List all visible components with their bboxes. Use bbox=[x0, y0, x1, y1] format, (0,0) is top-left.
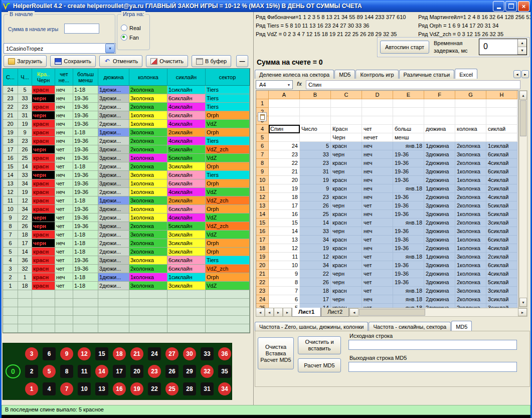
excel-cell-C3[interactable] bbox=[331, 116, 362, 125]
excel-col-header-D[interactable]: D bbox=[362, 91, 393, 99]
excel-row-header-11[interactable]: 11 bbox=[256, 184, 269, 193]
excel-cell-A2[interactable] bbox=[269, 108, 300, 116]
excel-horizontal-scrollbar[interactable]: ◄ ► bbox=[349, 308, 527, 317]
excel-row-header-14[interactable]: 14 bbox=[256, 210, 269, 219]
excel-cell-G23[interactable]: 3колонка bbox=[455, 287, 486, 295]
excel-cell-B19[interactable]: 12 bbox=[300, 253, 331, 261]
excel-cell-E3[interactable] bbox=[393, 116, 424, 125]
excel-cell-A13[interactable]: 17 bbox=[269, 201, 300, 210]
excel-cell-D13[interactable]: чет bbox=[362, 201, 393, 210]
horizontal-scroll-thumb[interactable] bbox=[359, 309, 425, 316]
excel-cell-C1[interactable] bbox=[331, 99, 362, 108]
excel-cell-F9[interactable]: 3дюжина bbox=[424, 167, 455, 176]
excel-cell-G18[interactable]: 1колонка bbox=[455, 244, 486, 253]
wheel-number-28[interactable]: 28 bbox=[183, 382, 196, 395]
excel-cell-B11[interactable]: 9 bbox=[300, 184, 331, 193]
excel-cell-G2[interactable] bbox=[455, 108, 486, 116]
excel-cell-F11[interactable]: 1дюжина bbox=[424, 184, 455, 193]
excel-cell-G5[interactable] bbox=[455, 133, 486, 142]
wheel-number-9[interactable]: 9 bbox=[60, 347, 73, 360]
excel-cell-G7[interactable]: 3колонка bbox=[455, 150, 486, 159]
wheel-number-19[interactable]: 19 bbox=[130, 382, 143, 395]
wheel-number-5[interactable]: 5 bbox=[43, 365, 56, 378]
excel-cell-E15[interactable]: янв.18 bbox=[393, 219, 424, 227]
excel-cell-E16[interactable]: 19-36 bbox=[393, 227, 424, 236]
excel-cell-D23[interactable]: чет bbox=[362, 287, 393, 295]
excel-row-header-20[interactable]: 20 bbox=[256, 261, 269, 270]
excel-cell-B2[interactable] bbox=[300, 108, 331, 116]
excel-cell-C9[interactable]: черн bbox=[331, 167, 362, 176]
excel-cell-B20[interactable]: 34 bbox=[300, 261, 331, 270]
excel-cell-B18[interactable]: 19 bbox=[300, 244, 331, 253]
wheel-number-26[interactable]: 26 bbox=[165, 365, 179, 378]
excel-cell-C17[interactable]: красн bbox=[331, 236, 362, 244]
fx-icon[interactable]: fx bbox=[297, 81, 302, 87]
toolbar-button-buffer[interactable]: В буфер bbox=[192, 55, 231, 67]
excel-col-header-H[interactable]: H bbox=[486, 91, 517, 99]
spinner-up-icon[interactable]: ▲ bbox=[518, 39, 526, 47]
excel-cell-C7[interactable]: черн bbox=[331, 150, 362, 159]
excel-cell-A15[interactable]: 15 bbox=[269, 219, 300, 227]
delay-spinner[interactable]: 0 ▲ ▼ bbox=[479, 39, 527, 55]
excel-cell-H18[interactable]: 4сиклай bbox=[486, 244, 517, 253]
wheel-number-23[interactable]: 23 bbox=[148, 365, 161, 378]
excel-cell-A22[interactable]: 8 bbox=[269, 278, 300, 287]
excel-cell-G13[interactable]: 2колонка bbox=[455, 201, 486, 210]
excel-row-header-24[interactable]: 24 bbox=[256, 295, 269, 304]
excel-row-header-17[interactable]: 17 bbox=[256, 236, 269, 244]
excel-cell-F1[interactable] bbox=[424, 99, 455, 108]
excel-cell-B22[interactable]: 26 bbox=[300, 278, 331, 287]
wheel-number-0[interactable]: 0 bbox=[6, 364, 21, 378]
excel-cell-F2[interactable] bbox=[424, 108, 455, 116]
excel-cell-G3[interactable] bbox=[455, 116, 486, 125]
tab-scroll-left-icon[interactable]: ◄ bbox=[513, 70, 521, 78]
excel-cell-E18[interactable]: 19-36 bbox=[393, 244, 424, 253]
excel-cell-B6[interactable]: 5 bbox=[300, 142, 331, 150]
toolbar-button-clear[interactable]: Очистить bbox=[146, 55, 188, 67]
hscroll-right-icon[interactable]: ► bbox=[518, 308, 527, 316]
excel-cell-A6[interactable]: 24 bbox=[269, 142, 300, 150]
excel-cell-F17[interactable]: 3дюжина bbox=[424, 236, 455, 244]
excel-row-header-13[interactable]: 13 bbox=[256, 201, 269, 210]
main-tab-4[interactable]: Различные статьи bbox=[399, 70, 455, 79]
excel-cell-F7[interactable]: 3дюжина bbox=[424, 150, 455, 159]
excel-cell-F24[interactable]: 2дюжина bbox=[424, 295, 455, 304]
wheel-number-12[interactable]: 12 bbox=[78, 347, 91, 360]
excel-cell-E13[interactable]: 19-36 bbox=[393, 201, 424, 210]
excel-cell-D14[interactable]: неч bbox=[362, 210, 393, 219]
excel-cell-E10[interactable]: 19-36 bbox=[393, 176, 424, 184]
main-tab-5[interactable]: Excel bbox=[455, 69, 477, 79]
excel-cell-C13[interactable]: черн bbox=[331, 201, 362, 210]
excel-cell-F15[interactable]: 2дюжина bbox=[424, 219, 455, 227]
excel-cell-A9[interactable]: 21 bbox=[269, 167, 300, 176]
excel-cell-D3[interactable] bbox=[362, 116, 393, 125]
excel-cell-H21[interactable]: 4сиклай bbox=[486, 270, 517, 278]
excel-row-header-7[interactable]: 7 bbox=[256, 150, 269, 159]
excel-cell-C20[interactable]: красн bbox=[331, 261, 362, 270]
excel-cell-E12[interactable]: 19-36 bbox=[393, 193, 424, 201]
excel-cell-B9[interactable]: 31 bbox=[300, 167, 331, 176]
toolbar-button-save[interactable]: Сохранить bbox=[50, 55, 96, 67]
vertical-scroll-thumb[interactable] bbox=[520, 100, 526, 136]
excel-cell-C14[interactable]: красн bbox=[331, 210, 362, 219]
excel-cell-E22[interactable]: 19-36 bbox=[393, 278, 424, 287]
excel-cell-F19[interactable]: 1дюжина bbox=[424, 253, 455, 261]
excel-cell-A10[interactable]: 20 bbox=[269, 176, 300, 184]
excel-cell-F6[interactable]: 1дюжина bbox=[424, 142, 455, 150]
excel-cell-H8[interactable]: 4сиклай bbox=[486, 159, 517, 167]
excel-cell-B12[interactable]: 23 bbox=[300, 193, 331, 201]
excel-cell-D22[interactable]: чет bbox=[362, 278, 393, 287]
sheet-first-icon[interactable]: ◄ bbox=[256, 308, 265, 317]
excel-cell-H9[interactable]: 6сиклай bbox=[486, 167, 517, 176]
excel-cell-E4[interactable]: больш bbox=[393, 125, 424, 133]
excel-cell-D24[interactable]: неч bbox=[362, 295, 393, 304]
wheel-number-32[interactable]: 32 bbox=[201, 365, 214, 378]
excel-cell-H23[interactable]: 3сиклай bbox=[486, 287, 517, 295]
excel-row-header-10[interactable]: 10 bbox=[256, 176, 269, 184]
excel-cell-A17[interactable]: 13 bbox=[269, 236, 300, 244]
casino-select[interactable]: 1CasinoTropez ▼ bbox=[4, 43, 116, 54]
excel-cell-E17[interactable]: 19-36 bbox=[393, 236, 424, 244]
excel-cell-E21[interactable]: 19-36 bbox=[393, 270, 424, 278]
wheel-number-24[interactable]: 24 bbox=[148, 347, 161, 360]
excel-cell-G4[interactable]: колонка bbox=[455, 125, 486, 133]
